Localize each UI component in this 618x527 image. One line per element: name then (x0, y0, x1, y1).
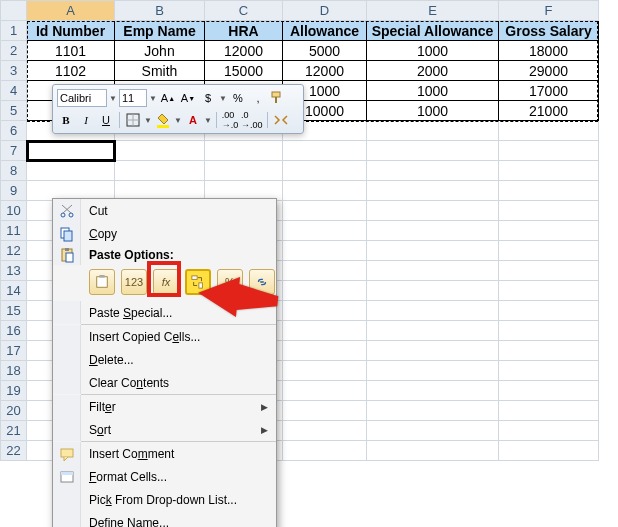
row-header-17[interactable]: 17 (1, 341, 27, 361)
font-size-input[interactable] (119, 89, 147, 107)
cell-E17[interactable] (367, 341, 499, 361)
shrink-font-icon[interactable]: A▼ (179, 89, 197, 107)
cell-C2[interactable]: 12000 (205, 41, 283, 61)
row-header-1[interactable]: 1 (1, 21, 27, 41)
cell-D13[interactable] (283, 261, 367, 281)
grow-font-icon[interactable]: A▲ (159, 89, 177, 107)
paste-values-icon[interactable]: 123 (121, 269, 147, 295)
col-header-F[interactable]: F (499, 1, 599, 21)
cell-E9[interactable] (367, 181, 499, 201)
cell-F19[interactable] (499, 381, 599, 401)
col-header-C[interactable]: C (205, 1, 283, 21)
cell-E10[interactable] (367, 201, 499, 221)
cell-D21[interactable] (283, 421, 367, 441)
row-header-18[interactable]: 18 (1, 361, 27, 381)
cell-A2[interactable]: 1101 (27, 41, 115, 61)
cell-E20[interactable] (367, 401, 499, 421)
decrease-decimal-icon[interactable]: .0→.00 (241, 111, 263, 129)
cell-F20[interactable] (499, 401, 599, 421)
font-color-button[interactable]: A (184, 111, 202, 129)
cell-E12[interactable] (367, 241, 499, 261)
cell-E14[interactable] (367, 281, 499, 301)
underline-button[interactable]: U (97, 111, 115, 129)
cell-D15[interactable] (283, 301, 367, 321)
col-header-D[interactable]: D (283, 1, 367, 21)
menu-insert-copied[interactable]: Insert Copied Cells... (53, 325, 276, 348)
bold-button[interactable]: B (57, 111, 75, 129)
cell-F6[interactable] (499, 121, 599, 141)
cell-B8[interactable] (115, 161, 205, 181)
cell-C8[interactable] (205, 161, 283, 181)
format-painter-icon[interactable] (269, 89, 287, 107)
row-header-10[interactable]: 10 (1, 201, 27, 221)
row-header-20[interactable]: 20 (1, 401, 27, 421)
cell-F16[interactable] (499, 321, 599, 341)
cell-B2[interactable]: John (115, 41, 205, 61)
cell-F11[interactable] (499, 221, 599, 241)
cell-F4[interactable]: 17000 (499, 81, 599, 101)
cell-E11[interactable] (367, 221, 499, 241)
row-header-13[interactable]: 13 (1, 261, 27, 281)
cell-A3[interactable]: 1102 (27, 61, 115, 81)
cell-D20[interactable] (283, 401, 367, 421)
row-header-3[interactable]: 3 (1, 61, 27, 81)
fill-color-button[interactable] (154, 111, 172, 129)
cell-D18[interactable] (283, 361, 367, 381)
cell-D3[interactable]: 12000 (283, 61, 367, 81)
merge-center-icon[interactable] (272, 111, 290, 129)
row-header-21[interactable]: 21 (1, 421, 27, 441)
cell-F15[interactable] (499, 301, 599, 321)
menu-insert-comment[interactable]: Insert Comment (53, 442, 276, 465)
col-header-B[interactable]: B (115, 1, 205, 21)
menu-cut[interactable]: Cut (53, 199, 276, 222)
borders-button[interactable] (124, 111, 142, 129)
cell-D2[interactable]: 5000 (283, 41, 367, 61)
cell-D14[interactable] (283, 281, 367, 301)
cell-E2[interactable]: 1000 (367, 41, 499, 61)
cell-E15[interactable] (367, 301, 499, 321)
cell-F12[interactable] (499, 241, 599, 261)
menu-format-cells[interactable]: Format Cells... (53, 465, 276, 488)
cell-E5[interactable]: 1000 (367, 101, 499, 121)
row-header-12[interactable]: 12 (1, 241, 27, 261)
cell-E4[interactable]: 1000 (367, 81, 499, 101)
row-header-19[interactable]: 19 (1, 381, 27, 401)
row-header-5[interactable]: 5 (1, 101, 27, 121)
cell-D16[interactable] (283, 321, 367, 341)
cell-F8[interactable] (499, 161, 599, 181)
accounting-format-icon[interactable]: $ (199, 89, 217, 107)
cell-D10[interactable] (283, 201, 367, 221)
menu-pick-from-list[interactable]: Pick From Drop-down List... (53, 488, 276, 511)
cell-E6[interactable] (367, 121, 499, 141)
cell-F9[interactable] (499, 181, 599, 201)
cell-D19[interactable] (283, 381, 367, 401)
row-header-22[interactable]: 22 (1, 441, 27, 461)
font-name-input[interactable] (57, 89, 107, 107)
cell-A7[interactable] (27, 141, 115, 161)
cell-A1[interactable]: Id Number (27, 21, 115, 41)
row-header-15[interactable]: 15 (1, 301, 27, 321)
row-header-2[interactable]: 2 (1, 41, 27, 61)
cell-D17[interactable] (283, 341, 367, 361)
cell-D9[interactable] (283, 181, 367, 201)
cell-E1[interactable]: Special Allowance (367, 21, 499, 41)
cell-F18[interactable] (499, 361, 599, 381)
increase-decimal-icon[interactable]: .00→.0 (221, 111, 239, 129)
row-header-4[interactable]: 4 (1, 81, 27, 101)
cell-E7[interactable] (367, 141, 499, 161)
cell-E13[interactable] (367, 261, 499, 281)
cell-B3[interactable]: Smith (115, 61, 205, 81)
row-header-14[interactable]: 14 (1, 281, 27, 301)
percent-format-icon[interactable]: % (229, 89, 247, 107)
menu-delete[interactable]: Delete... (53, 348, 276, 371)
cell-F2[interactable]: 18000 (499, 41, 599, 61)
row-header-16[interactable]: 16 (1, 321, 27, 341)
menu-sort[interactable]: Sort▶ (53, 418, 276, 441)
cell-F14[interactable] (499, 281, 599, 301)
cell-F1[interactable]: Gross Salary (499, 21, 599, 41)
col-header-A[interactable]: A (27, 1, 115, 21)
cell-E22[interactable] (367, 441, 499, 461)
row-header-9[interactable]: 9 (1, 181, 27, 201)
cell-D12[interactable] (283, 241, 367, 261)
paste-all-icon[interactable] (89, 269, 115, 295)
